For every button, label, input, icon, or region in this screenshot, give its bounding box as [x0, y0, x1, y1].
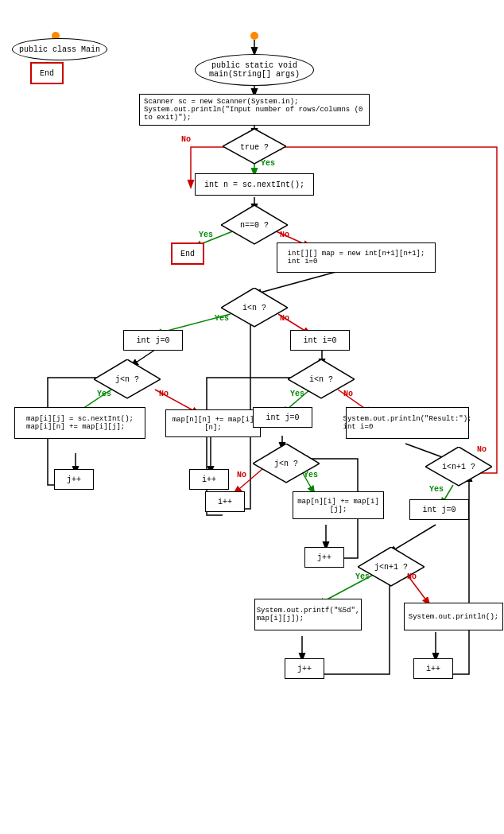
- true-check-label: true ?: [240, 142, 269, 151]
- map-n-i-label: map[n][i] += map[i][j];: [293, 498, 383, 514]
- map-n-n-node: map[n][n] += map[i][n];: [165, 409, 261, 437]
- no-label-j-lt-n-left: No: [159, 390, 169, 398]
- println-node: System.out.println();: [404, 603, 503, 630]
- j-pp-mid-node: j++: [304, 547, 344, 568]
- init-j0-right-label: int j=0: [422, 506, 456, 514]
- j-pp-right-node: j++: [285, 658, 324, 679]
- j-pp-left-label: j++: [67, 475, 81, 484]
- init-map-label: int[][] map = new int[n+1][n+1]; int i=0: [288, 250, 425, 266]
- main-class-label: public class Main: [19, 45, 100, 54]
- j-pp-right-label: j++: [297, 665, 312, 673]
- j-pp-left-node: j++: [54, 469, 94, 490]
- end-top-label: End: [40, 69, 54, 78]
- yes-label-j-lt-n-left: Yes: [97, 390, 111, 398]
- j-pp-mid-label: j++: [317, 553, 331, 562]
- flowchart: public class Main End public static void…: [0, 0, 504, 834]
- printf-node: System.out.printf("%5d", map[i][j]);: [254, 599, 362, 630]
- println-label: System.out.println();: [409, 613, 498, 621]
- yes-label-i-lt-n-mid: Yes: [290, 390, 304, 398]
- main-class-node: public class Main: [12, 38, 107, 60]
- no-label-i-lt-n1: No: [477, 445, 487, 454]
- i-pp-right-label: i++: [426, 665, 440, 673]
- n-eq-0-node: n==0 ?: [221, 205, 288, 245]
- print-result-node: System.out.println("Result:"); int i=0: [346, 407, 469, 439]
- map-n-i-node: map[n][i] += map[i][j];: [293, 491, 384, 519]
- print-result-label: System.out.println("Result:"); int i=0: [343, 415, 471, 431]
- yes-label-i-lt-n1: Yes: [429, 485, 444, 494]
- main-method-label: public static void main(String[] args): [209, 61, 300, 79]
- init-j0-left-node: int j=0: [123, 330, 183, 351]
- end-mid-node: End: [171, 242, 204, 265]
- i-pp-inner-label: i++: [218, 498, 232, 506]
- yes-label-true: Yes: [261, 159, 275, 168]
- init-i0-right-label: int i=0: [303, 336, 336, 345]
- no-label-i-lt-n-mid: No: [343, 390, 353, 398]
- scanner-init-node: Scanner sc = new Scanner(System.in);Syst…: [139, 94, 370, 126]
- init-j0-mid-label: int j=0: [266, 413, 299, 422]
- i-lt-n-node: i<n ?: [221, 288, 288, 328]
- n-eq-0-label: n==0 ?: [240, 221, 269, 230]
- i-pp-inner-node: i++: [205, 491, 245, 512]
- j-lt-n-mid-label: j<n ?: [274, 460, 298, 468]
- j-lt-n-left-label: j<n ?: [115, 375, 139, 384]
- init-i0-right-node: int i=0: [290, 330, 350, 351]
- init-j0-left-label: int j=0: [136, 336, 169, 345]
- i-pp-right-node: i++: [413, 658, 453, 679]
- j-lt-n1-label: j<n+1 ?: [374, 563, 408, 572]
- true-check-node: true ?: [223, 129, 286, 165]
- no-label-n-eq-0: No: [280, 231, 289, 239]
- no-label-true: No: [181, 135, 191, 144]
- end-top-node: End: [30, 62, 64, 84]
- yes-label-i-lt-n: Yes: [215, 314, 229, 323]
- no-label-i-lt-n: No: [280, 314, 289, 323]
- i-pp-mid-node: i++: [189, 469, 229, 490]
- i-lt-n1-label: i<n+1 ?: [442, 463, 475, 471]
- no-label-j-lt-n1: No: [407, 572, 417, 581]
- i-lt-n-mid-label: i<n ?: [309, 375, 333, 384]
- init-j0-mid-node: int j=0: [253, 407, 312, 428]
- yes-label-j-lt-n1: Yes: [355, 572, 370, 581]
- assign-map-node: map[i][j] = sc.nextInt(); map[i][n] += m…: [14, 407, 145, 439]
- init-j0-right-node: int j=0: [409, 499, 469, 520]
- read-n-node: int n = sc.nextInt();: [195, 173, 314, 196]
- scanner-init-label: Scanner sc = new Scanner(System.in);Syst…: [144, 98, 365, 122]
- main-method-node: public static void main(String[] args): [195, 54, 314, 86]
- printf-label: System.out.printf("%5d", map[i][j]);: [257, 607, 360, 623]
- read-n-label: int n = sc.nextInt();: [204, 180, 304, 189]
- assign-map-label: map[i][j] = sc.nextInt(); map[i][n] += m…: [26, 415, 134, 431]
- yes-label-j-lt-n-mid: Yes: [304, 471, 318, 479]
- end-mid-label: End: [180, 250, 195, 258]
- svg-point-1: [250, 32, 258, 40]
- map-n-n-label: map[n][n] += map[i][n];: [166, 416, 260, 432]
- i-pp-mid-label: i++: [202, 475, 216, 484]
- yes-label-n-eq-0: Yes: [199, 231, 213, 239]
- init-map-node: int[][] map = new int[n+1][n+1]; int i=0: [277, 242, 436, 273]
- i-lt-n-label: i<n ?: [242, 304, 266, 312]
- no-label-j-lt-n-mid: No: [237, 471, 246, 479]
